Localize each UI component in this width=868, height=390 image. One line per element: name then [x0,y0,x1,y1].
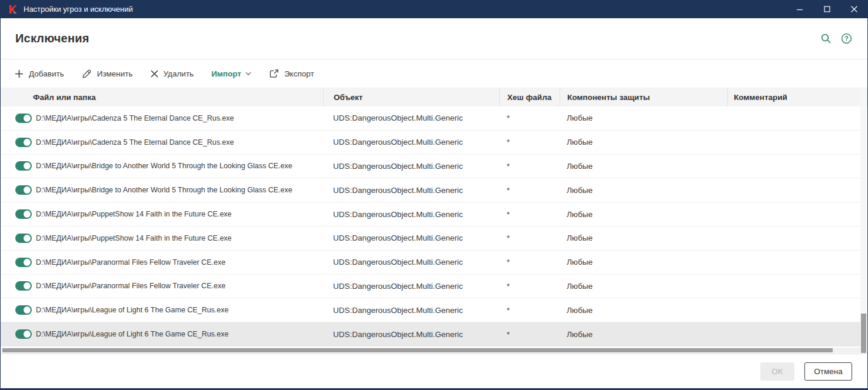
import-button-label: Импорт [211,69,241,78]
minimize-icon [796,6,803,13]
table-header: Файл или папка Объект Хеш файла Компонен… [1,88,867,106]
column-header-hash[interactable]: Хеш файла [499,88,560,106]
components-value: Любые [560,330,727,339]
hash-value: * [499,138,560,146]
table-row[interactable]: D:\МЕДИА\игры\Bridge to Another World 5 … [1,178,862,202]
hash-value: * [499,210,560,219]
close-button[interactable] [840,0,867,18]
column-header-object[interactable]: Объект [323,88,499,106]
close-icon [850,5,858,13]
edit-button-label: Изменить [97,69,133,78]
table-row[interactable]: D:\МЕДИА\игры\Paranormal Files Fellow Tr… [1,275,862,299]
file-path: D:\МЕДИА\игры\League of Light 6 The Game… [36,306,229,314]
exclusion-enabled-toggle[interactable] [15,161,32,171]
table-row[interactable]: D:\МЕДИА\игры\PuppetShow 14 Faith in the… [1,202,862,226]
import-button[interactable]: Импорт [211,69,251,78]
object-value: UDS:DangerousObject.Multi.Generic [323,258,499,266]
kaspersky-logo-icon [8,5,18,14]
hash-value: * [499,282,560,291]
exclusion-enabled-toggle[interactable] [15,185,32,195]
search-button[interactable] [820,33,832,44]
toolbar: Добавить Изменить Удалить Импорт Экспорт [1,59,867,88]
column-header-components[interactable]: Компоненты защиты [560,88,727,106]
footer: OK Отмена [1,354,867,388]
object-value: UDS:DangerousObject.Multi.Generic [323,138,499,146]
file-path: D:\МЕДИА\игры\Cadenza 5 The Eternal Danc… [36,114,234,122]
components-value: Любые [560,138,727,146]
plus-icon [15,69,24,78]
add-button[interactable]: Добавить [15,69,64,78]
components-value: Любые [560,234,727,242]
window-title: Настройки угроз и исключений [24,5,133,14]
export-button-label: Экспорт [284,69,314,78]
components-value: Любые [560,114,727,122]
column-header-comment[interactable]: Комментарий [727,88,867,106]
help-icon: ? [841,33,852,44]
hash-value: * [499,114,560,122]
exclusion-enabled-toggle[interactable] [15,329,32,339]
horizontal-scrollbar[interactable] [1,348,861,353]
file-path: D:\МЕДИА\игры\PuppetShow 14 Faith in the… [36,234,232,242]
table-row[interactable]: D:\МЕДИА\игры\Cadenza 5 The Eternal Danc… [1,106,862,131]
chevron-down-icon [245,72,251,76]
exclusion-enabled-toggle[interactable] [15,209,32,219]
help-button[interactable]: ? [841,33,852,44]
exclusion-enabled-toggle[interactable] [15,305,32,315]
file-path: D:\МЕДИА\игры\Paranormal Files Fellow Tr… [36,258,225,266]
file-path: D:\МЕДИА\игры\Paranormal Files Fellow Tr… [36,282,225,290]
x-icon [151,70,158,78]
ok-button[interactable]: OK [760,362,794,381]
minimize-button[interactable] [786,0,813,18]
table-row[interactable]: D:\МЕДИА\игры\League of Light 6 The Game… [1,298,862,322]
exclusion-enabled-toggle[interactable] [15,258,32,267]
object-value: UDS:DangerousObject.Multi.Generic [323,282,499,291]
hash-value: * [499,234,560,242]
object-value: UDS:DangerousObject.Multi.Generic [323,234,499,242]
add-button-label: Добавить [29,69,64,78]
hash-value: * [499,258,560,266]
search-icon [820,33,832,44]
pencil-icon [82,69,92,79]
vertical-scrollbar[interactable] [860,88,867,353]
table-row[interactable]: D:\МЕДИА\игры\Bridge to Another World 5 … [1,155,862,179]
window-controls [786,0,867,18]
table-row[interactable]: D:\МЕДИА\игры\League of Light 6 The Game… [1,322,862,346]
page-title: Исключения [15,32,89,45]
edit-button[interactable]: Изменить [82,69,133,79]
file-path: D:\МЕДИА\игры\Bridge to Another World 5 … [36,162,292,170]
maximize-button[interactable] [813,0,840,18]
object-value: UDS:DangerousObject.Multi.Generic [323,114,499,122]
horizontal-scrollbar-thumb[interactable] [2,348,833,352]
table-row[interactable]: D:\МЕДИА\игры\Cadenza 5 The Eternal Danc… [1,131,862,155]
object-value: UDS:DangerousObject.Multi.Generic [323,306,499,315]
export-icon [269,69,279,78]
exclusion-enabled-toggle[interactable] [15,114,32,123]
hash-value: * [499,162,560,171]
components-value: Любые [560,210,727,219]
column-header-file[interactable]: Файл или папка [1,88,323,106]
file-path: D:\МЕДИА\игры\Bridge to Another World 5 … [36,186,292,194]
hash-value: * [499,306,560,315]
file-path: D:\МЕДИА\игры\League of Light 6 The Game… [36,330,229,338]
file-path: D:\МЕДИА\игры\PuppetShow 14 Faith in the… [36,210,232,218]
table-row[interactable]: D:\МЕДИА\игры\Paranormal Files Fellow Tr… [1,251,862,275]
delete-button[interactable]: Удалить [151,69,194,78]
titlebar: Настройки угроз и исключений [1,0,867,18]
exclusion-enabled-toggle[interactable] [15,234,32,243]
maximize-icon [824,6,830,12]
vertical-scrollbar-thumb[interactable] [861,314,866,353]
file-path: D:\МЕДИА\игры\Cadenza 5 The Eternal Danc… [36,138,234,146]
components-value: Любые [560,186,727,195]
object-value: UDS:DangerousObject.Multi.Generic [323,210,499,219]
settings-window: Настройки угроз и исключений Исключения … [0,0,868,390]
delete-button-label: Удалить [164,69,194,78]
table-row[interactable]: D:\МЕДИА\игры\PuppetShow 14 Faith in the… [1,226,862,251]
cancel-button[interactable]: Отмена [804,362,852,381]
page-header: Исключения ? [1,18,867,59]
exclusion-enabled-toggle[interactable] [15,281,32,291]
object-value: UDS:DangerousObject.Multi.Generic [323,186,499,195]
exclusion-enabled-toggle[interactable] [15,138,32,147]
export-button[interactable]: Экспорт [269,69,314,78]
object-value: UDS:DangerousObject.Multi.Generic [323,162,499,171]
table-body: D:\МЕДИА\игры\Cadenza 5 The Eternal Danc… [1,106,862,346]
